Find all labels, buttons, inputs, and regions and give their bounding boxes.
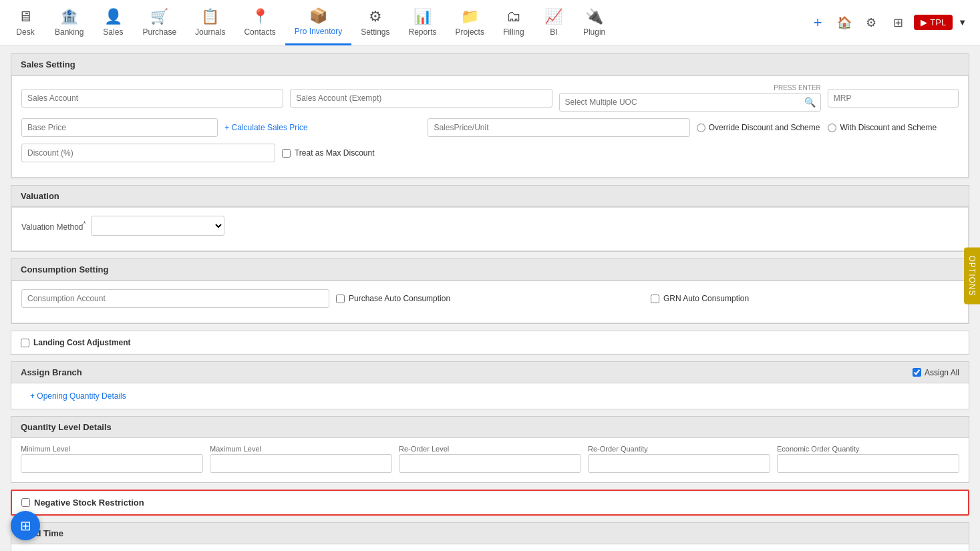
- consumption-account-input[interactable]: [21, 289, 329, 308]
- home-button[interactable]: 🏠: [834, 12, 855, 33]
- base-price-input[interactable]: [21, 118, 218, 137]
- negative-stock-restriction-checkbox[interactable]: [21, 498, 30, 507]
- treat-max-discount-text: Treat as Max Discount: [295, 148, 375, 158]
- reorder-level-label: Re-Order Level: [399, 445, 581, 453]
- discount-input[interactable]: [21, 144, 275, 162]
- quantity-level-fields: Minimum Level Maximum Level Re-Order Lev…: [11, 438, 969, 482]
- grid-button[interactable]: ⊞: [887, 12, 909, 33]
- gear-button[interactable]: ⚙: [860, 12, 882, 33]
- reports-icon: 📊: [414, 8, 432, 25]
- mrp-input[interactable]: [828, 89, 959, 108]
- with-discount-radio-label[interactable]: With Discount and Scheme: [828, 123, 937, 132]
- grn-auto-wrapper: GRN Auto Consumption: [651, 294, 959, 303]
- nav-item-bi[interactable]: 📈 BI: [534, 0, 574, 45]
- consumption-setting-section: Consumption Setting Purchase Auto Consum…: [11, 258, 969, 324]
- economic-order-quantity-group: Economic Order Quantity: [777, 445, 959, 473]
- sales-setting-header: Sales Setting: [11, 54, 969, 75]
- nav-item-journals[interactable]: 📋 Journals: [186, 0, 234, 45]
- search-icon[interactable]: 🔍: [804, 97, 816, 108]
- desk-icon: 🖥: [18, 8, 33, 25]
- grn-auto-consumption-text: GRN Auto Consumption: [663, 294, 749, 303]
- nav-label-reports: Reports: [409, 27, 437, 37]
- main-content: Sales Setting PRESS ENTER 🔍: [0, 45, 980, 551]
- filling-icon: 🗂: [506, 8, 521, 25]
- negative-stock-restriction-section: Negative Stock Restriction: [11, 490, 969, 516]
- select-uoc-wrapper: 🔍: [559, 93, 821, 112]
- consumption-setting-title: Consumption Setting: [21, 264, 108, 274]
- purchase-auto-consumption-checkbox[interactable]: [336, 295, 345, 303]
- reorder-quantity-label: Re-Order Quantity: [588, 445, 770, 453]
- assign-branch-title: Assign Branch: [21, 367, 82, 377]
- discount-scheme-radios: Override Discount and Scheme With Discou…: [697, 123, 959, 132]
- landing-cost-checkbox[interactable]: [21, 339, 29, 347]
- tpl-dropdown[interactable]: ▼: [958, 17, 967, 27]
- grn-auto-consumption-checkbox[interactable]: [651, 295, 659, 303]
- maximum-level-label: Maximum Level: [210, 445, 392, 453]
- nav-item-projects[interactable]: 📁 Projects: [446, 0, 494, 45]
- treat-max-discount-checkbox[interactable]: [282, 149, 291, 158]
- with-discount-radio[interactable]: [828, 124, 836, 132]
- purchase-auto-consumption-text: Purchase Auto Consumption: [349, 294, 450, 303]
- float-grid-icon: ⊞: [20, 518, 31, 534]
- reorder-quantity-input[interactable]: [588, 454, 770, 473]
- lead-time-header: Lead Time: [11, 523, 969, 544]
- override-discount-radio-label[interactable]: Override Discount and Scheme: [697, 123, 820, 132]
- valuation-header: Valuation: [11, 186, 969, 207]
- negative-stock-restriction-label[interactable]: Negative Stock Restriction: [21, 498, 144, 508]
- reorder-level-group: Re-Order Level: [399, 445, 581, 473]
- nav-item-sales[interactable]: 👤 Sales: [93, 0, 133, 45]
- settings-icon: ⚙: [369, 8, 382, 25]
- sales-price-unit-input[interactable]: [428, 118, 689, 137]
- minimum-level-input[interactable]: [21, 454, 203, 473]
- nav-item-plugin[interactable]: 🔌 Plugin: [574, 0, 615, 45]
- nav-item-reports[interactable]: 📊 Reports: [399, 0, 446, 45]
- nav-label-banking: Banking: [55, 27, 84, 37]
- sales-account-row: PRESS ENTER 🔍: [21, 84, 959, 112]
- nav-item-purchase[interactable]: 🛒 Purchase: [133, 0, 186, 45]
- add-button[interactable]: +: [807, 12, 828, 33]
- sales-price-unit-group: [428, 118, 689, 137]
- assign-branch-body: + Opening Quantity Details: [11, 383, 969, 409]
- plugin-icon: 🔌: [585, 8, 603, 25]
- nav-item-banking[interactable]: 🏦 Banking: [45, 0, 93, 45]
- select-uoc-input[interactable]: [559, 93, 821, 112]
- nav-label-bi: BI: [550, 27, 557, 37]
- opening-quantity-link[interactable]: + Opening Quantity Details: [21, 387, 136, 405]
- maximum-level-input[interactable]: [210, 454, 392, 473]
- float-grid-button[interactable]: ⊞: [11, 511, 40, 540]
- youtube-button[interactable]: ▶ TPL: [914, 15, 953, 30]
- valuation-method-select[interactable]: [91, 216, 224, 236]
- sales-account-exempt-input[interactable]: [290, 89, 552, 108]
- nav-item-contacts[interactable]: 📍 Contacts: [234, 0, 285, 45]
- nav-label-settings: Settings: [361, 27, 389, 37]
- treat-max-discount-label[interactable]: Treat as Max Discount: [282, 148, 375, 158]
- quantity-level-title: Quantity Level Details: [21, 422, 112, 432]
- sales-icon: 👤: [104, 8, 122, 25]
- assign-all-label[interactable]: Assign All: [913, 368, 959, 377]
- economic-order-quantity-label: Economic Order Quantity: [777, 445, 959, 453]
- banking-icon: 🏦: [60, 8, 78, 25]
- treat-max-discount-wrapper: Treat as Max Discount: [282, 148, 959, 158]
- nav-item-pro-inventory[interactable]: 📦 Pro Inventory: [285, 0, 351, 45]
- assign-all-checkbox[interactable]: [913, 368, 921, 377]
- landing-cost-label[interactable]: Landing Cost Adjustment: [21, 338, 131, 347]
- nav-item-desk[interactable]: 🖥 Desk: [5, 0, 45, 45]
- options-tab[interactable]: OPTIONS: [964, 247, 980, 304]
- sales-account-input[interactable]: [21, 89, 283, 108]
- purchase-auto-consumption-label[interactable]: Purchase Auto Consumption: [336, 294, 450, 303]
- chevron-down-icon: ▼: [958, 17, 967, 27]
- economic-order-quantity-input[interactable]: [777, 454, 959, 473]
- valuation-method-wrapper: Valuation Method*: [21, 216, 224, 236]
- calculate-sales-price-link[interactable]: + Calculate Sales Price: [224, 123, 307, 132]
- nav-item-filling[interactable]: 🗂 Filling: [494, 0, 534, 45]
- grn-auto-consumption-label[interactable]: GRN Auto Consumption: [651, 294, 749, 303]
- nav-item-settings[interactable]: ⚙ Settings: [351, 0, 399, 45]
- override-discount-radio[interactable]: [697, 124, 705, 132]
- discount-row: Treat as Max Discount: [21, 144, 959, 162]
- nav-right-area: + 🏠 ⚙ ⊞ ▶ TPL ▼: [807, 12, 975, 33]
- projects-icon: 📁: [461, 8, 479, 25]
- reorder-level-input[interactable]: [399, 454, 581, 473]
- purchase-auto-wrapper: Purchase Auto Consumption: [336, 294, 644, 303]
- assign-branch-section: Assign Branch Assign All + Opening Quant…: [11, 361, 969, 409]
- nav-label-filling: Filling: [503, 27, 524, 37]
